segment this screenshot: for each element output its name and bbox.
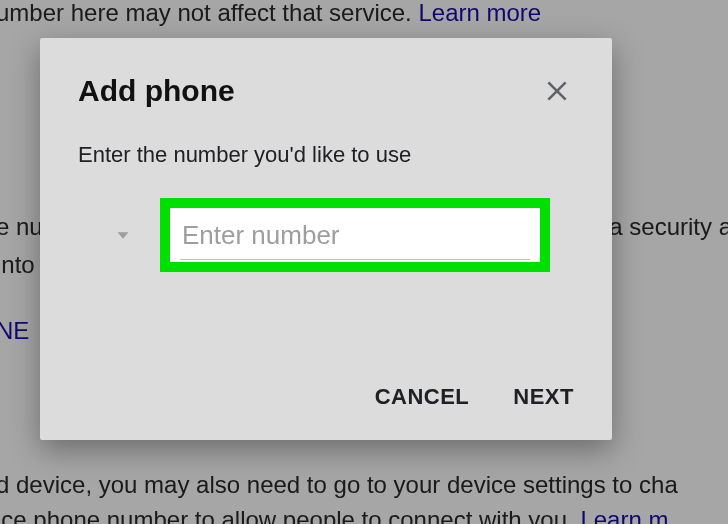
dialog-header: Add phone	[78, 74, 574, 108]
close-button[interactable]	[540, 74, 574, 108]
close-icon	[544, 78, 570, 104]
dialog-actions: CANCEL NEXT	[375, 384, 574, 410]
add-phone-dialog: Add phone Enter the number you'd like to…	[40, 38, 612, 440]
phone-input-row	[78, 198, 574, 272]
phone-number-input[interactable]	[180, 214, 530, 260]
dialog-prompt: Enter the number you'd like to use	[78, 142, 574, 168]
input-highlight	[160, 198, 550, 272]
next-button[interactable]: NEXT	[513, 384, 574, 410]
country-code-dropdown[interactable]	[78, 213, 140, 257]
chevron-down-icon	[112, 224, 134, 246]
cancel-button[interactable]: CANCEL	[375, 384, 470, 410]
dialog-title: Add phone	[78, 74, 235, 108]
